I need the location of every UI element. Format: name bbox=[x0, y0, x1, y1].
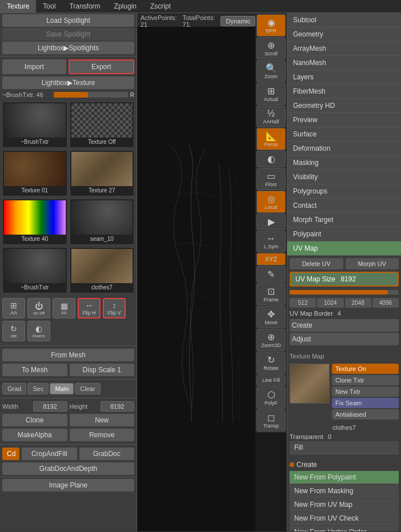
section-deformation[interactable]: Deformation bbox=[287, 142, 401, 156]
fliph-icon-btn[interactable]: ↔ Flip H bbox=[78, 298, 101, 319]
brush-txtr-slider[interactable] bbox=[54, 92, 128, 98]
section-contact[interactable]: Contact bbox=[287, 199, 401, 213]
antialiased-button[interactable]: Antialiased bbox=[332, 409, 399, 420]
clear-tab[interactable]: Clear bbox=[75, 383, 100, 394]
actual-tool[interactable]: ⊞ Actual bbox=[256, 83, 286, 105]
collapse-tool[interactable]: ▶ bbox=[256, 213, 286, 230]
new-button[interactable]: New bbox=[70, 414, 135, 426]
uv-preset-2048[interactable]: 2048 bbox=[345, 298, 371, 308]
texture-item-texture01[interactable]: Texture 01 bbox=[2, 150, 67, 196]
frame-tool[interactable]: ⊡ Frame bbox=[256, 283, 286, 305]
bpr-tool[interactable]: ◉ BPR bbox=[256, 14, 286, 37]
texture-item-brushtxtr2[interactable]: ~BrushTxtr bbox=[2, 247, 67, 293]
local-tool[interactable]: ◎ Local bbox=[256, 191, 286, 213]
dynamic-button[interactable]: Dynamic bbox=[220, 16, 255, 26]
new-from-masking-button[interactable]: New From Masking bbox=[290, 485, 399, 498]
image-plane-button[interactable]: Image Plane bbox=[2, 479, 134, 491]
disp-scale-button[interactable]: Disp Scale 1 bbox=[70, 364, 135, 376]
section-fibermesh[interactable]: FiberMesh bbox=[287, 84, 401, 99]
texture-item-texture40[interactable]: Texture 40 bbox=[2, 199, 67, 245]
clone-txtr-button[interactable]: Clone Txtr bbox=[332, 375, 399, 385]
texture-item-clothes7[interactable]: clothes7 bbox=[70, 247, 135, 293]
section-polygroups[interactable]: Polygroups bbox=[287, 184, 401, 199]
zoom3d-tool[interactable]: ⊕ Zoom3D bbox=[256, 329, 286, 351]
adjust-uv-button[interactable]: Adjust bbox=[290, 333, 399, 345]
width-value[interactable]: 8192 bbox=[33, 401, 67, 412]
load-spotlight-button[interactable]: Load Spotlight bbox=[2, 14, 134, 27]
to-mesh-button[interactable]: To Mesh bbox=[2, 364, 67, 376]
floor-tool[interactable]: ▭ Floor bbox=[256, 168, 286, 190]
xyz-tool[interactable]: XYZ bbox=[256, 253, 286, 265]
create-uv-button[interactable]: Create bbox=[290, 319, 399, 332]
lsym-tool[interactable]: ↔ L.Sym bbox=[256, 231, 286, 252]
uv-preset-512[interactable]: 512 bbox=[290, 298, 316, 308]
save-spotlight-button[interactable]: Save Spotlight bbox=[2, 28, 134, 41]
texture-item-seam10[interactable]: seam_10 bbox=[70, 199, 135, 245]
cd-label-btn[interactable]: Cd bbox=[2, 448, 19, 460]
main-tab[interactable]: Main bbox=[50, 383, 74, 394]
grad-tab[interactable]: Grad bbox=[2, 383, 26, 394]
fix-seam-button[interactable]: Fix Seam bbox=[332, 398, 399, 408]
remove-button[interactable]: Remove bbox=[70, 429, 135, 441]
uv-preset-1024[interactable]: 1024 bbox=[317, 298, 343, 308]
transp-tool[interactable]: ◻ Transp bbox=[256, 409, 286, 432]
section-subtool[interactable]: Subtool bbox=[287, 13, 401, 27]
section-geometry[interactable]: Geometry bbox=[287, 27, 401, 42]
invers-icon-btn[interactable]: ◐ Invers bbox=[27, 321, 50, 341]
onoff-icon-btn[interactable]: ⏻ on off bbox=[27, 298, 50, 319]
lightbox-spotlights-button[interactable]: Lightbox▶Spotlights bbox=[2, 42, 134, 54]
rotate3d-tool[interactable]: ↻ Rotate bbox=[256, 352, 286, 374]
delete-uv-button[interactable]: Delete UV bbox=[290, 258, 343, 269]
uv-map-size-field[interactable]: UV Map Size 8192 bbox=[290, 272, 399, 287]
new-from-polypaint-button[interactable]: New From Polypaint bbox=[290, 471, 399, 484]
tab-zscript[interactable]: Zscript bbox=[143, 0, 178, 13]
line-fill-tool[interactable]: Line Fill bbox=[256, 374, 286, 386]
uv-preset-4096[interactable]: 4096 bbox=[372, 298, 399, 308]
section-layers[interactable]: Layers bbox=[287, 70, 401, 84]
crop-fill-button[interactable]: CropAndFill bbox=[22, 448, 77, 460]
tab-transform[interactable]: Transform bbox=[62, 0, 107, 13]
lightbox-texture-button[interactable]: Lightbox▶Texture bbox=[2, 76, 134, 89]
rotate-icon-btn[interactable]: ↻ ote bbox=[2, 321, 25, 341]
grab-doc-depth-button[interactable]: GrabDocAndDepth bbox=[2, 462, 134, 475]
section-preview[interactable]: Preview bbox=[287, 113, 401, 127]
section-polypaint[interactable]: Polypaint bbox=[287, 227, 401, 241]
scroll-tool[interactable]: ⊕ Scroll bbox=[256, 37, 286, 59]
clone-button[interactable]: Clone bbox=[2, 414, 67, 426]
persp-tool[interactable]: 📐 Persp bbox=[256, 128, 286, 150]
aahalf-tool[interactable]: ½ AAHalf bbox=[256, 106, 286, 127]
new-txtr-button[interactable]: New Txtr bbox=[332, 386, 399, 397]
tab-texture[interactable]: Texture bbox=[0, 0, 36, 13]
sec-tab[interactable]: Sec bbox=[27, 383, 49, 394]
section-geometry-hd[interactable]: Geometry HD bbox=[287, 99, 401, 113]
new-from-vertex-order-button[interactable]: New From Vertex Order bbox=[290, 526, 399, 531]
fill-button[interactable]: Fill bbox=[290, 441, 399, 454]
section-uv-map[interactable]: UV Map bbox=[287, 241, 401, 256]
grid-icon-btn[interactable]: ▦ ≡≡ bbox=[53, 298, 75, 319]
sph-tool[interactable]: ◐ bbox=[256, 151, 286, 167]
move-tool[interactable]: ✥ Move bbox=[256, 306, 286, 328]
uv-size-slider[interactable] bbox=[290, 289, 399, 296]
polyf-tool[interactable]: ⬡ PolyF bbox=[256, 386, 286, 409]
new-from-uv-check-button[interactable]: New From UV Check bbox=[290, 512, 399, 525]
export-button[interactable]: Export bbox=[69, 59, 135, 74]
section-masking[interactable]: Masking bbox=[287, 156, 401, 170]
section-nanomesh[interactable]: NanoMesh bbox=[287, 56, 401, 70]
height-value[interactable]: 8192 bbox=[101, 401, 135, 412]
section-arraymesh[interactable]: ArrayMesh bbox=[287, 42, 401, 56]
flipv-icon-btn[interactable]: ↕ Flip V bbox=[103, 298, 126, 319]
from-mesh-button[interactable]: From Mesh bbox=[2, 349, 134, 361]
texture-item-textureoff[interactable]: Texture Off bbox=[70, 102, 135, 148]
grab-doc-button[interactable]: GrabDoc bbox=[79, 448, 135, 460]
texture-item-texture27[interactable]: Texture 27 bbox=[70, 150, 135, 196]
tab-zplugin[interactable]: Zplugin bbox=[107, 0, 143, 13]
zoom-tool[interactable]: 🔍 Zoom bbox=[256, 60, 286, 82]
aa-icon-btn[interactable]: ⊞ AA bbox=[2, 298, 25, 319]
texture-on-button[interactable]: Texture On bbox=[332, 364, 399, 374]
tab-tool[interactable]: Tool bbox=[36, 0, 62, 13]
import-button[interactable]: Import bbox=[2, 59, 66, 74]
make-alpha-button[interactable]: MakeAlpha bbox=[2, 429, 67, 441]
edit-tool[interactable]: ✎ bbox=[256, 266, 286, 283]
morph-uv-button[interactable]: Morph UV bbox=[346, 258, 399, 269]
new-from-uv-map-button[interactable]: New From UV Map bbox=[290, 498, 399, 511]
